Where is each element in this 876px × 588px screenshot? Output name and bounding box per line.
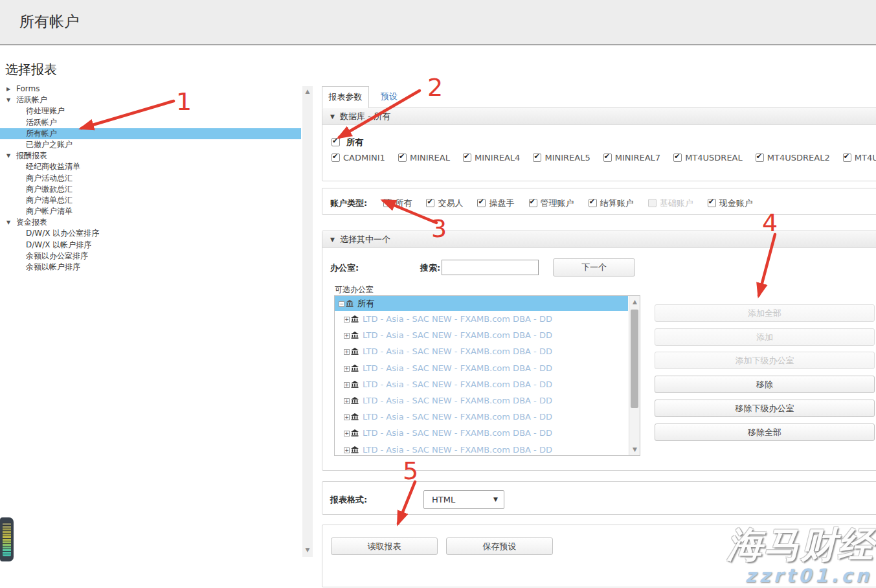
remove-button[interactable]: 移除: [655, 376, 875, 393]
search-input[interactable]: [442, 260, 539, 275]
tree-item-closed-accounts[interactable]: 已撤户之账户: [0, 139, 301, 150]
expand-plus-icon[interactable]: +: [344, 398, 350, 404]
checkbox-checked-icon[interactable]: [533, 153, 541, 162]
tree-item-merchant-payment-summary[interactable]: 商户缴款总汇: [0, 184, 301, 195]
expand-plus-icon[interactable]: +: [344, 366, 350, 372]
watermark-url: zzrt01.cn: [727, 565, 875, 587]
checkbox-checked-icon[interactable]: [603, 153, 612, 162]
tree-item-forms[interactable]: ▶Forms: [0, 84, 301, 95]
checkbox-checked-icon[interactable]: [477, 199, 486, 207]
database-checkbox-item[interactable]: MINIREAL7: [603, 153, 660, 163]
tab-report-parameters[interactable]: 报表参数: [322, 86, 369, 108]
annotation-number-2: 2: [427, 73, 443, 102]
database-section-header[interactable]: ▼数据库 - 所有: [322, 108, 876, 125]
scroll-down-icon[interactable]: ▼: [629, 446, 640, 453]
tree-item-merchant-activity-summary[interactable]: 商户活动总汇: [0, 173, 301, 184]
office-list-item[interactable]: +LTD - Asia - SAC NEW - FXAMB.com DBA - …: [335, 392, 640, 409]
account-type-option[interactable]: 所有: [383, 198, 412, 209]
database-checkbox-item[interactable]: MINIREAL: [398, 153, 450, 163]
tree-item-merchant-account-list[interactable]: 商户帐户清单: [0, 206, 301, 217]
database-checkbox-row: CADMINI1 MINIREAL MINIREAL4 MINIREAL5 MI…: [331, 151, 876, 163]
office-list-item[interactable]: +LTD - Asia - SAC NEW - FXAMB.com DBA - …: [335, 327, 640, 343]
checkbox-checked-icon[interactable]: [529, 199, 537, 207]
level-meter-icon: [3, 523, 11, 556]
expand-plus-icon[interactable]: +: [344, 349, 350, 355]
checkbox-checked-icon[interactable]: [843, 153, 851, 162]
office-list-root-selected[interactable]: −所有: [335, 296, 628, 311]
tree-item-broker-revenue-list[interactable]: 经纪商收益清单: [0, 161, 301, 172]
account-type-option[interactable]: 现金账户: [708, 198, 753, 209]
account-type-option[interactable]: 操盘手: [477, 198, 514, 209]
tree-item-dwx-by-office[interactable]: D/W/X 以办公室排序: [0, 228, 301, 239]
account-type-option[interactable]: 管理账户: [529, 198, 574, 209]
checkbox-checked-icon[interactable]: [331, 153, 340, 162]
collapse-minus-icon[interactable]: −: [339, 301, 344, 307]
add-button[interactable]: 添加: [655, 328, 875, 346]
database-checkbox-item[interactable]: MT4USDREAL: [673, 153, 743, 163]
expand-plus-icon[interactable]: +: [344, 382, 350, 388]
scroll-up-icon[interactable]: ▲: [629, 299, 640, 305]
checkbox-checked-icon[interactable]: [708, 199, 716, 207]
bank-icon: [346, 297, 354, 311]
tree-item-merchant-list-summary[interactable]: 商户清单总汇: [0, 195, 301, 206]
scroll-down-icon[interactable]: ▼: [302, 547, 313, 553]
database-checkbox-item[interactable]: MT4USDREAL2: [756, 153, 830, 163]
choose-one-section-header[interactable]: ▼选择其中一个: [322, 231, 876, 248]
account-type-option[interactable]: 结算账户: [589, 198, 634, 209]
office-list-item[interactable]: +LTD - Asia - SAC NEW - FXAMB.com DBA - …: [335, 376, 640, 392]
add-all-button[interactable]: 添加全部: [655, 304, 875, 322]
tab-presets[interactable]: 预设: [374, 86, 405, 108]
expand-plus-icon[interactable]: +: [344, 447, 350, 453]
office-list-item[interactable]: +LTD - Asia - SAC NEW - FXAMB.com DBA - …: [335, 409, 640, 425]
expand-plus-icon[interactable]: +: [344, 431, 350, 436]
tree-item-dwx-by-account[interactable]: D/W/X 以帐户排序: [0, 240, 301, 251]
tree-item-balance-by-account[interactable]: 余额以帐户排序: [0, 262, 301, 273]
office-list-item[interactable]: +LTD - Asia - SAC NEW - FXAMB.com DBA - …: [335, 442, 640, 457]
checkbox-checked-icon[interactable]: [398, 153, 407, 162]
tree-item-active-accounts[interactable]: 活跃帐户: [0, 117, 301, 128]
save-preset-button[interactable]: 保存预设: [446, 537, 553, 555]
remove-all-button[interactable]: 移除全部: [655, 424, 875, 441]
scrollbar-thumb[interactable]: [631, 310, 638, 408]
checkbox-checked-icon[interactable]: [673, 153, 682, 162]
database-checkbox-item[interactable]: MT4USDREAL3: [843, 153, 876, 163]
checkbox-checked-icon[interactable]: [383, 199, 392, 207]
tree-item-pending-accounts[interactable]: 待处理账户: [0, 106, 301, 117]
page-title: 所有帐户: [19, 12, 79, 32]
account-type-option[interactable]: 交易人: [426, 198, 463, 209]
checkbox-checked-icon[interactable]: [756, 153, 764, 162]
report-format-select[interactable]: HTML ▼: [423, 490, 504, 509]
load-report-button[interactable]: 读取报表: [331, 537, 438, 555]
tree-group-funds-reports[interactable]: ▼资金报表: [0, 217, 301, 228]
database-checkbox-item[interactable]: CADMINI1: [331, 153, 385, 163]
database-checkbox-item[interactable]: MINIREAL5: [533, 153, 590, 163]
checkbox-checked-icon[interactable]: [463, 153, 471, 162]
checkbox-checked-icon[interactable]: [589, 199, 597, 207]
expand-plus-icon[interactable]: +: [344, 333, 350, 339]
tree-item-all-accounts-selected[interactable]: 所有帐户: [0, 128, 301, 139]
office-list-item[interactable]: +LTD - Asia - SAC NEW - FXAMB.com DBA - …: [335, 360, 640, 376]
scroll-up-icon[interactable]: ▲: [302, 88, 313, 95]
add-sub-offices-button[interactable]: 添加下级办公室: [655, 352, 875, 369]
tree-item-balance-by-office[interactable]: 余额以办公室排序: [0, 251, 301, 262]
office-list-item[interactable]: +LTD - Asia - SAC NEW - FXAMB.com DBA - …: [335, 343, 640, 359]
database-checkbox-item[interactable]: MINIREAL4: [463, 153, 520, 163]
next-button[interactable]: 下一个: [553, 258, 635, 277]
page-scrollbar[interactable]: ▲ ▼: [302, 86, 313, 557]
expand-plus-icon[interactable]: +: [344, 317, 350, 322]
all-databases-checkbox[interactable]: [331, 138, 340, 146]
office-list-scrollbar[interactable]: ▲ ▼: [629, 296, 640, 455]
remove-sub-offices-button[interactable]: 移除下级办公室: [655, 400, 875, 417]
account-type-option-disabled: 基础账户: [648, 198, 693, 209]
bank-icon: [351, 328, 359, 344]
checkbox-disabled-icon: [648, 199, 657, 207]
tree-group-compensation-reports[interactable]: ▼报酬报表: [0, 150, 301, 161]
checkbox-checked-icon[interactable]: [426, 199, 434, 207]
office-list-item[interactable]: +LTD - Asia - SAC NEW - FXAMB.com DBA - …: [335, 311, 640, 327]
office-list-item[interactable]: +LTD - Asia - SAC NEW - FXAMB.com DBA - …: [335, 425, 640, 441]
watermark: 海马财经 zzrt01.cn: [727, 526, 875, 587]
bank-icon: [351, 311, 359, 328]
tree-group-active-accounts[interactable]: ▼活跃帐户: [0, 95, 301, 106]
expand-plus-icon[interactable]: +: [344, 414, 350, 420]
account-type-section: 账户类型: 所有 交易人 操盘手 管理账户 结算账户 基础账户 现金账户: [322, 188, 876, 215]
